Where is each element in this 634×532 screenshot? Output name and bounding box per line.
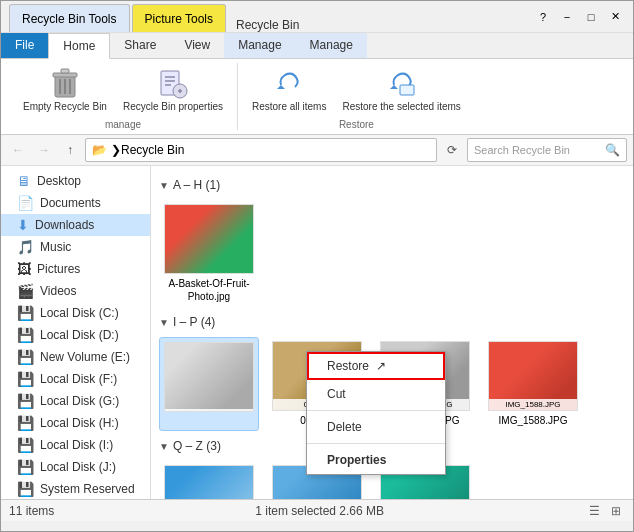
manage-buttons: Empty Recycle Bin Recycle Bin properties xyxy=(17,63,229,117)
folder-icon: 📂 xyxy=(92,143,107,157)
thumbnail-fruit xyxy=(164,204,254,274)
tab-home[interactable]: Home xyxy=(48,33,110,59)
chevron-a-h-icon: ▼ xyxy=(159,180,169,191)
section-q-z-label: Q – Z (3) xyxy=(173,439,221,453)
restore-all-items-button[interactable]: Restore all items xyxy=(246,63,332,117)
sidebar-label-drive-i: Local Disk (I:) xyxy=(40,438,113,452)
tab-view[interactable]: View xyxy=(170,33,224,58)
title-tabs: Recycle Bin Tools Picture Tools Recycle … xyxy=(9,1,533,32)
details-view-button[interactable]: ☰ xyxy=(585,502,603,520)
drive-i-icon: 💾 xyxy=(17,437,34,453)
videos-icon: 🎬 xyxy=(17,283,34,299)
svg-rect-2 xyxy=(61,69,69,73)
list-item[interactable] xyxy=(159,337,259,431)
path-recycle-bin: Recycle Bin xyxy=(121,143,184,157)
tab-file-label: File xyxy=(15,38,34,52)
window-title: Recycle Bin xyxy=(236,18,299,32)
desktop-icon: 🖥 xyxy=(17,173,31,189)
restore-all-items-label: Restore all items xyxy=(252,101,326,113)
tab-manage-1[interactable]: Manage xyxy=(224,33,295,58)
sidebar-item-drive-h[interactable]: 💾 Local Disk (H:) xyxy=(1,412,150,434)
address-bar: ← → ↑ 📂 ❯ Recycle Bin ⟳ Search Recycle B… xyxy=(1,135,633,166)
up-button[interactable]: ↑ xyxy=(59,139,81,161)
recycle-tools-tab[interactable]: Recycle Bin Tools xyxy=(9,4,130,32)
maximize-button[interactable]: □ xyxy=(581,7,601,27)
file-area: ▼ A – H (1) A-Basket-Of-Fruit-Photo.jpg … xyxy=(151,166,633,499)
cursor-indicator: ↗ xyxy=(376,359,386,373)
documents-icon: 📄 xyxy=(17,195,34,211)
sidebar-item-music[interactable]: 🎵 Music xyxy=(1,236,150,258)
file-name-img1588: IMG_1588.JPG xyxy=(499,414,568,427)
address-path[interactable]: 📂 ❯ Recycle Bin xyxy=(85,138,437,162)
restore-selected-items-label: Restore the selected items xyxy=(342,101,460,113)
ribbon-group-restore: Restore all items Restore the selected i… xyxy=(238,63,475,130)
sidebar-item-drive-f[interactable]: 💾 Local Disk (F:) xyxy=(1,368,150,390)
refresh-button[interactable]: ⟳ xyxy=(441,139,463,161)
sidebar-item-drive-c[interactable]: 💾 Local Disk (C:) xyxy=(1,302,150,324)
manage-group-label: manage xyxy=(105,119,141,130)
picture-tools-label: Picture Tools xyxy=(145,12,213,26)
thumb-label xyxy=(165,409,253,411)
minimize-button[interactable]: − xyxy=(557,7,577,27)
context-menu-properties[interactable]: Properties xyxy=(307,446,445,474)
sidebar-item-downloads[interactable]: ⬇ Downloads xyxy=(1,214,150,236)
title-controls: ? − □ ✕ xyxy=(533,7,625,27)
picture-tools-tab[interactable]: Picture Tools xyxy=(132,4,226,32)
sidebar-label-volume-e: New Volume (E:) xyxy=(40,350,130,364)
volume-e-icon: 💾 xyxy=(17,349,34,365)
thumbnail-screenshot1 xyxy=(164,465,254,499)
sidebar-label-drive-g: Local Disk (G:) xyxy=(40,394,119,408)
drive-c-icon: 💾 xyxy=(17,305,34,321)
empty-recycle-bin-button[interactable]: Empty Recycle Bin xyxy=(17,63,113,117)
restore-group-label: Restore xyxy=(339,119,374,130)
sidebar-item-drive-j[interactable]: 💾 Local Disk (J:) xyxy=(1,456,150,478)
drive-f-icon: 💾 xyxy=(17,371,34,387)
selected-info: 1 item selected 2.66 MB xyxy=(255,504,384,518)
help-button[interactable]: ? xyxy=(533,7,553,27)
list-item[interactable]: Screenshot_2019-06-13-22-14-51.png xyxy=(159,461,259,499)
svg-marker-13 xyxy=(277,85,285,89)
ribbon-group-manage: Empty Recycle Bin Recycle Bin properties xyxy=(9,63,238,130)
context-menu-restore[interactable]: Restore ↗ xyxy=(307,352,445,380)
forward-button[interactable]: → xyxy=(33,139,55,161)
tab-file[interactable]: File xyxy=(1,33,48,58)
title-bar: Recycle Bin Tools Picture Tools Recycle … xyxy=(1,1,633,33)
ribbon-content: Empty Recycle Bin Recycle Bin properties xyxy=(1,59,633,135)
file-grid-a-h: A-Basket-Of-Fruit-Photo.jpg xyxy=(159,196,625,311)
sidebar-item-desktop[interactable]: 🖥 Desktop xyxy=(1,170,150,192)
sidebar-item-volume-e[interactable]: 💾 New Volume (E:) xyxy=(1,346,150,368)
section-i-p-label: I – P (4) xyxy=(173,315,215,329)
restore-selected-items-button[interactable]: Restore the selected items xyxy=(336,63,466,117)
list-item[interactable]: A-Basket-Of-Fruit-Photo.jpg xyxy=(159,200,259,307)
context-menu-cut[interactable]: Cut xyxy=(307,380,445,408)
sidebar-label-drive-f: Local Disk (F:) xyxy=(40,372,117,386)
recycle-bin-properties-button[interactable]: Recycle Bin properties xyxy=(117,63,229,117)
sidebar-item-videos[interactable]: 🎬 Videos xyxy=(1,280,150,302)
sidebar-item-drive-g[interactable]: 💾 Local Disk (G:) xyxy=(1,390,150,412)
empty-recycle-bin-icon xyxy=(49,67,81,99)
search-box[interactable]: Search Recycle Bin 🔍 xyxy=(467,138,627,162)
sidebar-item-drive-i[interactable]: 💾 Local Disk (I:) xyxy=(1,434,150,456)
restore-buttons: Restore all items Restore the selected i… xyxy=(246,63,467,117)
section-header-a-h[interactable]: ▼ A – H (1) xyxy=(159,178,625,192)
context-menu-divider xyxy=(307,410,445,411)
close-button[interactable]: ✕ xyxy=(605,7,625,27)
system-reserved-icon: 💾 xyxy=(17,481,34,497)
sidebar-item-drive-d[interactable]: 💾 Local Disk (D:) xyxy=(1,324,150,346)
section-header-i-p[interactable]: ▼ I – P (4) xyxy=(159,315,625,329)
chevron-q-z-icon: ▼ xyxy=(159,441,169,452)
sidebar-item-documents[interactable]: 📄 Documents xyxy=(1,192,150,214)
tab-manage-2[interactable]: Manage xyxy=(296,33,367,58)
pictures-icon: 🖼 xyxy=(17,261,31,277)
empty-recycle-bin-label: Empty Recycle Bin xyxy=(23,101,107,113)
delete-label: Delete xyxy=(327,420,362,434)
back-button[interactable]: ← xyxy=(7,139,29,161)
sidebar-item-pictures[interactable]: 🖼 Pictures xyxy=(1,258,150,280)
restore-selected-items-icon xyxy=(386,67,418,99)
tab-share[interactable]: Share xyxy=(110,33,170,58)
sidebar-item-system-reserved[interactable]: 💾 System Reserved xyxy=(1,478,150,499)
list-item[interactable]: IMG_1588.JPG IMG_1588.JPG xyxy=(483,337,583,431)
context-menu-delete[interactable]: Delete xyxy=(307,413,445,441)
large-icons-view-button[interactable]: ⊞ xyxy=(607,502,625,520)
tab-manage-1-label: Manage xyxy=(238,38,281,52)
